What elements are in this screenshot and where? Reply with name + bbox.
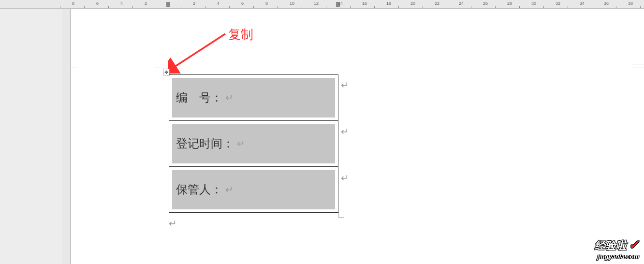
ruler-tick-label: 10 — [290, 1, 294, 6]
ruler-tick-label: 34 — [580, 1, 585, 6]
paragraph-mark-icon: ↵ — [225, 92, 234, 103]
ruler-tick-label: 20 — [410, 1, 415, 6]
ruler-tick-label: 18 — [386, 1, 391, 6]
row-end-mark-icon: ↵ — [341, 172, 349, 184]
ruler-indent-marker-icon[interactable] — [166, 2, 170, 7]
paragraph-mark-icon: ↵ — [169, 218, 177, 229]
table-cell[interactable]: 编 号： ↵ — [169, 75, 338, 121]
checkmark-icon: ✓ — [629, 237, 639, 252]
ruler-tick-label: 32 — [556, 1, 560, 6]
paragraph-mark-icon: ↵ — [225, 184, 234, 195]
horizontal-ruler: 8642246810121416182022242628303234363840 — [0, 0, 644, 9]
cell-content[interactable]: 编 号： ↵ — [172, 78, 335, 117]
watermark-sub: jingyanla.com — [595, 253, 639, 260]
margin-guide — [71, 68, 76, 68]
ruler-tick-label: 22 — [435, 1, 439, 6]
ruler-tick-label: 6 — [241, 1, 244, 6]
cell-content[interactable]: 保管人： ↵ — [172, 170, 335, 209]
cell-label: 编 号： — [176, 90, 222, 105]
document-table[interactable]: 编 号： ↵ 登记时间： ↵ 保管人： ↵ — [169, 74, 338, 213]
watermark-main: 经验啦 — [595, 239, 627, 251]
table-cell[interactable]: 登记时间： ↵ — [169, 121, 338, 167]
table-cell[interactable]: 保管人： ↵ — [169, 167, 338, 213]
ruler-tick-label: 26 — [483, 1, 488, 6]
ruler-tick-label: 6 — [96, 1, 99, 6]
ruler-tick-label: 8 — [72, 1, 74, 6]
margin-guide — [154, 68, 160, 68]
row-end-mark-icon: ↵ — [341, 79, 349, 91]
ruler-tick-label: 14 — [338, 1, 343, 6]
cell-content[interactable]: 登记时间： ↵ — [172, 124, 335, 163]
ruler-tick-label: 12 — [314, 1, 319, 6]
ruler-tick-label: 2 — [145, 1, 147, 6]
annotation-label: 复制 — [228, 26, 253, 43]
ruler-tick-label: 28 — [507, 1, 512, 6]
margin-guide — [632, 64, 644, 64]
ruler-tick-label: 36 — [604, 1, 609, 6]
table-resize-handle-icon[interactable] — [338, 212, 344, 218]
ruler-tick-label: 2 — [193, 1, 195, 6]
ruler-tick-label: 38 — [628, 1, 633, 6]
table-row[interactable]: 编 号： ↵ — [169, 75, 338, 121]
cell-label: 登记时间： — [176, 136, 234, 151]
row-end-mark-icon: ↵ — [341, 126, 349, 137]
ruler-tick-label: 4 — [217, 1, 220, 6]
table-row[interactable]: 登记时间： ↵ — [169, 121, 338, 167]
table-row[interactable]: 保管人： ↵ — [169, 167, 338, 213]
vertical-ruler — [62, 9, 71, 264]
move-glyph: ✥ — [164, 70, 168, 75]
ruler-tick-label: 16 — [362, 1, 367, 6]
margin-guide — [632, 68, 644, 68]
watermark: 经验啦✓ jingyanla.com — [595, 237, 639, 260]
paragraph-mark-icon: ↵ — [237, 138, 245, 149]
ruler-tick-label: 4 — [120, 1, 123, 6]
document-page — [71, 9, 644, 264]
cell-label: 保管人： — [176, 182, 222, 197]
ruler-tick-label: 8 — [265, 1, 268, 6]
ruler-tick-label: 30 — [531, 1, 536, 6]
ruler-tick-label: 24 — [459, 1, 464, 6]
